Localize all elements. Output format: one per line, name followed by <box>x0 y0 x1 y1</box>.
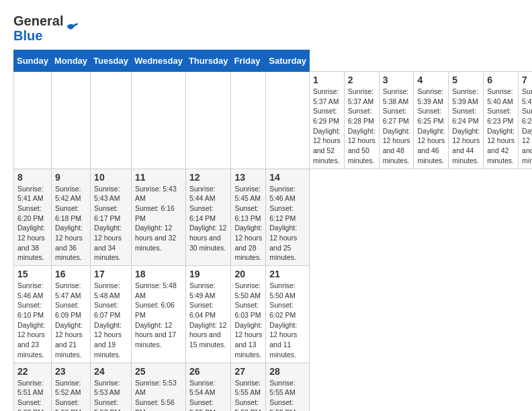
calendar-cell: 11 Sunrise: 5:43 AMSunset: 6:16 PMDaylig… <box>131 169 185 266</box>
calendar-cell: 23 Sunrise: 5:52 AMSunset: 5:59 PMDaylig… <box>51 363 90 411</box>
day-number: 7 <box>522 75 532 85</box>
calendar-cell: 4 Sunrise: 5:39 AMSunset: 6:25 PMDayligh… <box>414 72 449 169</box>
day-number: 19 <box>189 269 228 279</box>
day-info: Sunrise: 5:42 AMSunset: 6:18 PMDaylight:… <box>55 184 87 263</box>
day-number: 10 <box>94 172 128 183</box>
calendar-cell <box>131 72 185 169</box>
calendar-cell: 18 Sunrise: 5:48 AMSunset: 6:06 PMDaylig… <box>131 266 185 363</box>
calendar-cell: 5 Sunrise: 5:39 AMSunset: 6:24 PMDayligh… <box>449 72 484 169</box>
calendar-cell: 24 Sunrise: 5:53 AMSunset: 5:57 PMDaylig… <box>91 363 132 411</box>
day-number: 2 <box>348 75 375 85</box>
day-number: 28 <box>269 366 306 377</box>
calendar-cell: 22 Sunrise: 5:51 AMSunset: 6:00 PMDaylig… <box>14 363 52 411</box>
day-info: Sunrise: 5:41 AMSunset: 6:20 PMDaylight:… <box>17 184 48 263</box>
day-info: Sunrise: 5:55 AMSunset: 5:53 PMDaylight:… <box>234 378 262 412</box>
calendar-cell: 20 Sunrise: 5:50 AMSunset: 6:03 PMDaylig… <box>231 266 266 363</box>
calendar-cell: 3 Sunrise: 5:38 AMSunset: 6:27 PMDayligh… <box>379 72 414 169</box>
day-info: Sunrise: 5:46 AMSunset: 6:12 PMDaylight:… <box>269 184 306 263</box>
day-info: Sunrise: 5:51 AMSunset: 6:00 PMDaylight:… <box>17 378 48 412</box>
day-number: 13 <box>234 172 262 183</box>
calendar-cell: 14 Sunrise: 5:46 AMSunset: 6:12 PMDaylig… <box>266 169 310 266</box>
day-info: Sunrise: 5:55 AMSunset: 5:52 PMDaylight:… <box>269 378 306 412</box>
day-info: Sunrise: 5:37 AMSunset: 6:28 PMDaylight:… <box>348 87 375 166</box>
calendar-cell <box>91 72 132 169</box>
calendar-cell <box>14 72 52 169</box>
weekday-header: Monday <box>51 50 90 72</box>
day-number: 6 <box>487 75 515 85</box>
calendar-cell: 28 Sunrise: 5:55 AMSunset: 5:52 PMDaylig… <box>266 363 310 411</box>
day-number: 21 <box>269 269 306 279</box>
calendar-cell: 21 Sunrise: 5:50 AMSunset: 6:02 PMDaylig… <box>266 266 310 363</box>
day-info: Sunrise: 5:43 AMSunset: 6:16 PMDaylight:… <box>135 184 182 253</box>
day-info: Sunrise: 5:43 AMSunset: 6:17 PMDaylight:… <box>94 184 128 263</box>
weekday-header: Thursday <box>185 50 231 72</box>
calendar-cell: 1 Sunrise: 5:37 AMSunset: 6:29 PMDayligh… <box>309 72 344 169</box>
day-number: 26 <box>189 366 228 377</box>
day-number: 23 <box>55 366 87 377</box>
day-info: Sunrise: 5:44 AMSunset: 6:14 PMDaylight:… <box>189 184 228 253</box>
day-info: Sunrise: 5:45 AMSunset: 6:13 PMDaylight:… <box>234 184 262 263</box>
weekday-header: Friday <box>231 50 266 72</box>
calendar-cell: 16 Sunrise: 5:47 AMSunset: 6:09 PMDaylig… <box>51 266 90 363</box>
calendar-cell <box>185 72 231 169</box>
day-number: 8 <box>17 172 48 183</box>
calendar-cell <box>266 72 310 169</box>
calendar-cell: 2 Sunrise: 5:37 AMSunset: 6:28 PMDayligh… <box>344 72 379 169</box>
day-info: Sunrise: 5:49 AMSunset: 6:04 PMDaylight:… <box>189 281 228 350</box>
day-number: 18 <box>135 269 182 279</box>
calendar-table: SundayMondayTuesdayWednesdayThursdayFrid… <box>13 50 532 411</box>
day-number: 5 <box>452 75 480 85</box>
calendar-cell: 6 Sunrise: 5:40 AMSunset: 6:23 PMDayligh… <box>484 72 519 169</box>
day-info: Sunrise: 5:53 AMSunset: 5:56 PMDaylight:… <box>135 378 182 412</box>
day-info: Sunrise: 5:39 AMSunset: 6:24 PMDaylight:… <box>452 87 480 166</box>
day-info: Sunrise: 5:38 AMSunset: 6:27 PMDaylight:… <box>383 87 410 166</box>
day-info: Sunrise: 5:47 AMSunset: 6:09 PMDaylight:… <box>55 281 87 360</box>
day-number: 17 <box>94 269 128 279</box>
calendar-cell: 25 Sunrise: 5:53 AMSunset: 5:56 PMDaylig… <box>131 363 185 411</box>
calendar-cell: 7 Sunrise: 5:41 AMSunset: 6:21 PMDayligh… <box>519 72 532 169</box>
weekday-header: Saturday <box>266 50 310 72</box>
day-number: 3 <box>383 75 410 85</box>
day-info: Sunrise: 5:48 AMSunset: 6:07 PMDaylight:… <box>94 281 128 360</box>
day-number: 22 <box>17 366 48 377</box>
day-info: Sunrise: 5:46 AMSunset: 6:10 PMDaylight:… <box>17 281 48 360</box>
logo-blue: Blue <box>13 28 63 43</box>
calendar-cell: 10 Sunrise: 5:43 AMSunset: 6:17 PMDaylig… <box>91 169 132 266</box>
day-info: Sunrise: 5:39 AMSunset: 6:25 PMDaylight:… <box>417 87 445 166</box>
day-number: 4 <box>417 75 445 85</box>
day-info: Sunrise: 5:50 AMSunset: 6:02 PMDaylight:… <box>269 281 306 360</box>
logo-text: General Blue <box>13 13 63 43</box>
logo-general: General <box>13 13 63 28</box>
calendar-cell: 27 Sunrise: 5:55 AMSunset: 5:53 PMDaylig… <box>231 363 266 411</box>
day-number: 9 <box>55 172 87 183</box>
weekday-header: Tuesday <box>91 50 132 72</box>
day-number: 27 <box>234 366 262 377</box>
calendar-cell: 13 Sunrise: 5:45 AMSunset: 6:13 PMDaylig… <box>231 169 266 266</box>
logo-wrapper: General Blue <box>13 13 79 43</box>
calendar-cell: 12 Sunrise: 5:44 AMSunset: 6:14 PMDaylig… <box>185 169 231 266</box>
calendar-cell <box>51 72 90 169</box>
day-number: 15 <box>17 269 48 279</box>
day-number: 14 <box>269 172 306 183</box>
day-info: Sunrise: 5:53 AMSunset: 5:57 PMDaylight:… <box>94 378 128 412</box>
weekday-header: Wednesday <box>131 50 185 72</box>
day-number: 12 <box>189 172 228 183</box>
day-info: Sunrise: 5:54 AMSunset: 5:55 PMDaylight:… <box>189 378 228 412</box>
day-number: 25 <box>135 366 182 377</box>
day-number: 11 <box>135 172 182 183</box>
calendar-cell: 8 Sunrise: 5:41 AMSunset: 6:20 PMDayligh… <box>14 169 52 266</box>
calendar-cell: 26 Sunrise: 5:54 AMSunset: 5:55 PMDaylig… <box>185 363 231 411</box>
logo-bird-icon <box>66 21 79 35</box>
day-number: 24 <box>94 366 128 377</box>
day-number: 1 <box>313 75 341 85</box>
calendar-cell: 17 Sunrise: 5:48 AMSunset: 6:07 PMDaylig… <box>91 266 132 363</box>
logo: General Blue <box>13 13 79 43</box>
day-info: Sunrise: 5:41 AMSunset: 6:21 PMDaylight:… <box>522 87 532 166</box>
day-number: 16 <box>55 269 87 279</box>
calendar-cell: 15 Sunrise: 5:46 AMSunset: 6:10 PMDaylig… <box>14 266 52 363</box>
calendar-cell <box>231 72 266 169</box>
day-info: Sunrise: 5:40 AMSunset: 6:23 PMDaylight:… <box>487 87 515 166</box>
day-info: Sunrise: 5:52 AMSunset: 5:59 PMDaylight:… <box>55 378 87 412</box>
day-info: Sunrise: 5:50 AMSunset: 6:03 PMDaylight:… <box>234 281 262 360</box>
day-info: Sunrise: 5:37 AMSunset: 6:29 PMDaylight:… <box>313 87 341 166</box>
